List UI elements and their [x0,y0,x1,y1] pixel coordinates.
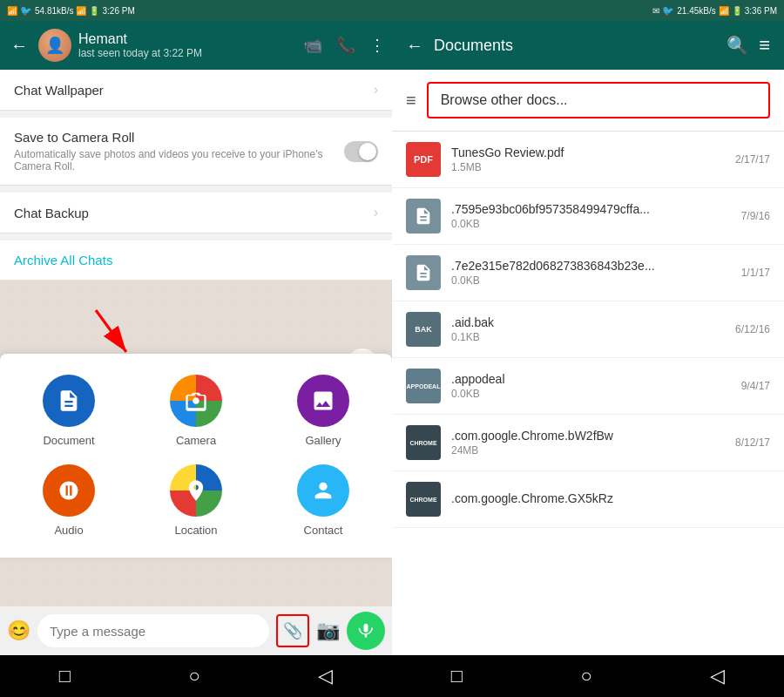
audio-label: Audio [54,524,83,537]
document-list: PDF TunesGo Review.pdf 1.5MB 2/17/17 .75… [392,132,784,655]
attach-button[interactable]: 📎 [276,614,309,647]
attach-location[interactable]: Location [141,464,251,537]
browse-other-docs[interactable]: ≡ Browse other docs... [392,70,784,132]
doc-name: .com.google.Chrome.GX5kRz [451,491,760,505]
settings-sep3 [0,233,392,240]
battery-icon2: 🔋 [732,6,742,16]
docs-header: ← Documents 🔍 ≡ [392,21,784,70]
time-right: 3:36 PM [745,6,777,16]
doc-name: .7595e93bc06bf957358499479cffa... [451,202,731,216]
attach-camera[interactable]: Camera [141,375,251,447]
emoji-button[interactable]: 😊 [7,619,30,642]
attach-audio[interactable]: Audio [14,464,124,537]
list-item[interactable]: .7595e93bc06bf957358499479cffa... 0.0KB … [392,188,784,245]
doc-date: 9/4/17 [741,380,770,392]
chat-wallpaper-item[interactable]: Chat Wallpaper › [0,70,392,111]
signal-icon2: 📶 [719,6,729,16]
wifi-icon: 📶 [7,6,17,16]
time-left: 3:26 PM [102,6,134,16]
doc-info: .7e2e315e782d068273836843b23e... 0.0KB [451,259,731,287]
camera-button[interactable]: 📷 [316,619,340,642]
chat-backup-label: Chat Backup [14,206,89,220]
doc-info: .appodeal 0.0KB [451,372,731,400]
attach-contact[interactable]: Contact [268,464,378,537]
doc-size: 0.0KB [451,218,731,230]
toggle-knob [359,143,376,160]
right-back-nav-button[interactable]: ◁ [710,665,725,687]
speed-right: 21.45kB/s [677,6,715,16]
bak-icon: BAK [406,312,441,347]
chrome-icon2: CHROME [406,482,441,517]
right-circle-nav-button[interactable]: ○ [581,665,592,687]
contact-status: last seen today at 3:22 PM [78,47,296,59]
list-item[interactable]: CHROME .com.google.Chrome.bW2fBw 24MB 8/… [392,415,784,471]
document-label: Document [43,434,94,447]
voice-call-icon[interactable]: 📞 [336,36,355,55]
doc-date: 8/12/17 [735,436,770,449]
doc-info: .7595e93bc06bf957358499479cffa... 0.0KB [451,202,731,230]
square-nav-button[interactable]: □ [59,665,71,687]
doc-date: 7/9/16 [741,210,770,222]
left-nav-bar: □ ○ ◁ [0,655,392,697]
location-label: Location [174,524,217,537]
attach-gallery[interactable]: Gallery [268,375,378,447]
chevron-right-icon2: › [374,205,378,220]
attach-grid: Document Camera Gallery [14,375,378,537]
twitter-icon2: 🐦 [662,5,674,17]
doc-name: TunesGo Review.pdf [451,145,725,159]
chevron-right-icon: › [374,82,378,98]
doc-name: .appodeal [451,372,731,386]
docs-title: Documents [434,37,716,55]
document-icon-circle [43,375,95,427]
speed-left: 54.81kB/s [35,6,73,16]
audio-icon-circle [43,464,95,517]
gallery-label: Gallery [305,434,341,447]
input-bar: 😊 📎 📷 [0,606,392,655]
mic-button[interactable] [347,612,385,650]
doc-info: .com.google.Chrome.bW2fBw 24MB [451,429,725,457]
list-item[interactable]: BAK .aid.bak 0.1KB 6/12/16 [392,301,784,358]
circle-nav-button[interactable]: ○ [189,665,200,687]
list-item[interactable]: PDF TunesGo Review.pdf 1.5MB 2/17/17 [392,132,784,188]
right-square-nav-button[interactable]: □ [451,665,463,687]
doc-generic-icon2 [406,255,441,290]
camera-label: Camera [176,434,216,447]
back-button[interactable]: ← [7,32,31,59]
header-icons: 📹 📞 ⋮ [303,36,385,55]
main-content: ← 👤 Hemant last seen today at 3:22 PM 📹 … [0,21,784,697]
doc-size: 0.0KB [451,274,731,287]
chat-backup-item[interactable]: Chat Backup › [0,193,392,233]
docs-back-button[interactable]: ← [406,36,423,56]
save-camera-roll-sub: Automatically save photos and videos you… [14,148,344,173]
appodeal-icon: APPODEAL [406,369,441,403]
right-panel: ← Documents 🔍 ≡ ≡ Browse other docs... P… [392,21,784,697]
settings-overlay: Chat Wallpaper › Save to Camera Roll Aut… [0,70,392,281]
camera-icon-circle [170,375,222,427]
archive-all-chats-button[interactable]: Archive All Chats [0,240,392,281]
docs-filter-button[interactable]: ≡ [759,34,770,57]
list-item[interactable]: CHROME .com.google.Chrome.GX5kRz [392,471,784,528]
email-icon: ✉ [652,6,659,16]
contact-info: Hemant last seen today at 3:22 PM [78,31,296,59]
save-toggle[interactable] [344,141,378,162]
docs-search-button[interactable]: 🔍 [727,35,748,56]
list-item[interactable]: APPODEAL .appodeal 0.0KB 9/4/17 [392,358,784,415]
list-item[interactable]: .7e2e315e782d068273836843b23e... 0.0KB 1… [392,245,784,301]
video-call-icon[interactable]: 📹 [303,36,322,55]
attach-document[interactable]: Document [14,375,124,447]
doc-date: 2/17/17 [735,153,770,166]
doc-size: 0.1KB [451,331,725,343]
save-camera-roll-item[interactable]: Save to Camera Roll Automatically save p… [0,118,392,186]
avatar: 👤 [38,29,71,62]
status-bar: 📶 🐦 54.81kB/s 📶 🔋 3:26 PM ✉ 🐦 21.45kB/s … [0,0,784,21]
contact-label: Contact [304,524,343,537]
doc-size: 0.0KB [451,388,731,400]
status-right: ✉ 🐦 21.45kB/s 📶 🔋 3:36 PM [652,5,777,17]
message-input[interactable] [37,614,269,647]
back-nav-button[interactable]: ◁ [318,665,333,687]
doc-name: .aid.bak [451,315,725,329]
left-panel: ← 👤 Hemant last seen today at 3:22 PM 📹 … [0,21,392,697]
chat-wallpaper-label: Chat Wallpaper [14,83,104,98]
more-options-icon[interactable]: ⋮ [369,36,385,55]
wa-header: ← 👤 Hemant last seen today at 3:22 PM 📹 … [0,21,392,70]
